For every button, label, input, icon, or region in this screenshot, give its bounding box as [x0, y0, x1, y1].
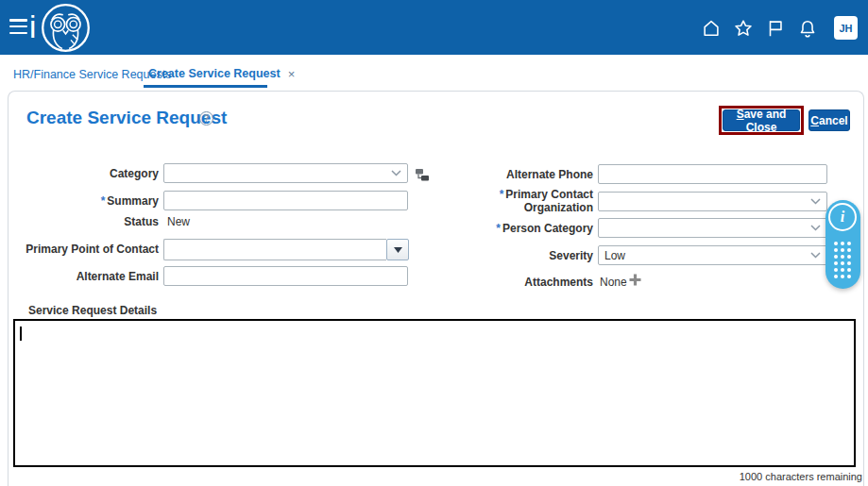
chevron-down-icon	[391, 170, 401, 176]
summary-label: *Summary	[15, 194, 159, 208]
primary-contact-organization-label: *Primary Contact Organization	[451, 188, 593, 214]
drag-handle-dots-icon[interactable]	[834, 242, 853, 278]
service-request-details-input[interactable]	[13, 319, 856, 467]
attachments-value: None	[600, 276, 627, 289]
status-label: Status	[15, 215, 159, 228]
tab-label: Create Service Request	[148, 67, 281, 80]
favorites-star-icon[interactable]	[733, 18, 754, 39]
person-category-label: *Person Category	[451, 222, 593, 235]
status-value: New	[167, 215, 190, 228]
person-category-select[interactable]	[598, 218, 827, 238]
info-icon[interactable]: i	[828, 203, 857, 231]
dropdown-triangle-icon	[394, 247, 402, 253]
add-attachment-plus-icon[interactable]	[629, 274, 641, 286]
chevron-down-icon	[810, 225, 821, 231]
annotation-highlight-box: Save and Close	[719, 106, 804, 135]
alternate-phone-input[interactable]	[598, 164, 827, 184]
severity-label: Severity	[451, 249, 593, 262]
attachments-label: Attachments	[451, 276, 593, 289]
notifications-bell-icon[interactable]	[797, 18, 818, 39]
brand-letter: i	[29, 8, 36, 46]
tab-bar: HR/Finance Service Requests Create Servi…	[0, 55, 868, 91]
primary-point-of-contact-dropdown-button[interactable]	[386, 239, 409, 260]
chevron-down-icon	[810, 252, 821, 259]
category-select[interactable]	[163, 163, 408, 183]
hamburger-menu-icon[interactable]	[9, 19, 27, 35]
chevron-down-icon	[810, 198, 821, 205]
characters-remaining-counter: 1000 characters remaining	[740, 471, 862, 482]
cancel-button[interactable]: Cancel	[808, 109, 850, 131]
alternate-email-input[interactable]	[163, 266, 408, 286]
category-label: Category	[15, 167, 159, 180]
required-marker: *	[500, 188, 504, 201]
page-title: Create Service Request	[26, 108, 227, 128]
required-marker: *	[496, 222, 501, 235]
help-icon[interactable]: ?	[199, 111, 213, 126]
summary-input[interactable]	[163, 191, 408, 210]
owl-logo-icon	[40, 2, 92, 54]
service-request-details-label: Service Request Details	[28, 304, 157, 317]
category-hierarchy-icon[interactable]	[414, 166, 431, 183]
primary-point-of-contact-label: Primary Point of Contact	[15, 243, 159, 256]
active-tab-indicator	[144, 85, 267, 88]
app-header: i JH	[0, 0, 868, 55]
alternate-phone-label: Alternate Phone	[451, 168, 593, 181]
required-marker: *	[101, 194, 106, 208]
text-cursor	[20, 327, 22, 341]
tab-close-icon[interactable]: ×	[288, 68, 296, 80]
home-icon[interactable]	[701, 18, 722, 39]
primary-point-of-contact-combo	[163, 239, 409, 260]
flag-icon[interactable]	[765, 18, 786, 39]
floating-assistant-widget[interactable]: i	[825, 200, 860, 289]
save-and-close-button[interactable]: Save and Close	[723, 109, 800, 131]
tab-create-service-request[interactable]: Create Service Request ×	[148, 67, 295, 80]
user-avatar[interactable]: JH	[834, 16, 858, 40]
severity-select[interactable]: Low	[598, 245, 827, 265]
primary-point-of-contact-input[interactable]	[163, 239, 386, 260]
alternate-email-label: Alternate Email	[15, 270, 159, 283]
primary-contact-organization-select[interactable]	[598, 192, 827, 211]
